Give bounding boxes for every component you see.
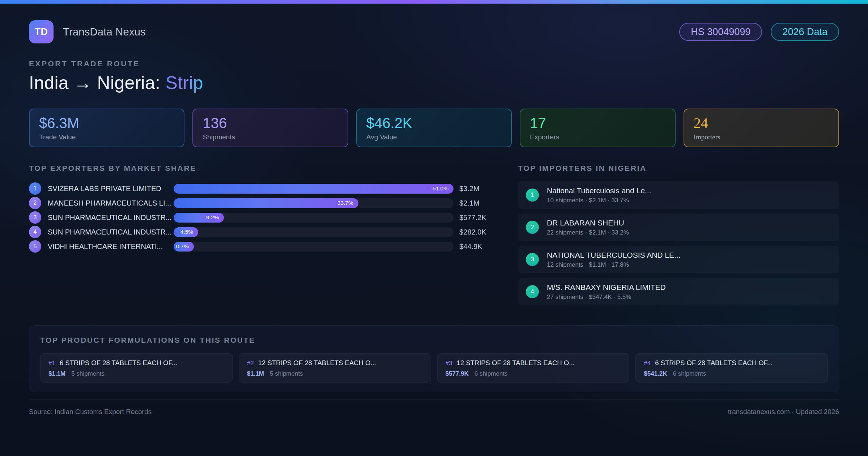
formulation-name: 6 STRIPS OF 28 TABLETS EACH OF... [655, 359, 773, 367]
stat-value: 136 [203, 115, 338, 131]
rank-badge: 3 [29, 211, 41, 224]
formulation-name: 12 STRIPS OF 28 TABLETS EACH O... [456, 359, 574, 367]
app-title: TransData Nexus [63, 26, 146, 38]
rank-badge: 1 [526, 189, 539, 202]
formulation-value: $1.1M [247, 370, 264, 377]
source-note: Source: Indian Customs Export Records [29, 408, 152, 416]
stat-value: 24 [694, 115, 829, 131]
exporter-value: $2.1M [459, 199, 498, 207]
rank-badge: 5 [29, 240, 41, 253]
importer-name: National Tuberculosis and Le... [547, 186, 651, 195]
page-title: India → Nigeria: Strip [29, 72, 839, 93]
importer-row: 4 M/S. RANBAXY NIGERIA LIMITED 27 shipme… [518, 278, 839, 305]
market-share-bar-fill: 33.7% [174, 198, 358, 208]
formulation-name: 12 STRIPS OF 28 TABLETS EACH O... [258, 359, 376, 367]
exporters-bar-chart: 1 SVIZERA LABS PRIVATE LIMITED 51.0% $3.… [29, 181, 498, 254]
formulation-shipments: 5 shipments [71, 370, 105, 377]
importer-name: DR LABARAN SHEHU [547, 219, 629, 227]
exporter-row: 4 SUN PHARMACEUTICAL INDUSTR... 4.5% $28… [29, 225, 498, 239]
formulations-heading: TOP PRODUCT FORMULATIONS ON THIS ROUTE [40, 336, 828, 345]
market-share-bar-fill: 0.7% [174, 242, 194, 252]
importer-name: M/S. RANBAXY NIGERIA LIMITED [547, 283, 666, 292]
exporter-name: SUN PHARMACEUTICAL INDUSTR... [48, 228, 174, 236]
market-share-percent: 4.5% [180, 229, 193, 235]
importer-row: 3 NATIONAL TUBERCULOSIS AND LE... 12 shi… [518, 246, 839, 273]
formulation-shipments: 5 shipments [270, 370, 303, 377]
importers-section: TOP IMPORTERS IN NIGERIA 1 National Tube… [518, 164, 839, 310]
market-share-bar-track: 4.5% [174, 227, 454, 237]
exporter-row: 3 SUN PHARMACEUTICAL INDUSTR... 9.2% $57… [29, 210, 498, 225]
stat-value: 17 [530, 115, 665, 131]
stat-card-exporters: 17 Exporters [520, 109, 675, 147]
exporter-name: VIDHI HEALTHCARE INTERNATI... [48, 242, 174, 251]
market-share-percent: 51.0% [433, 185, 448, 192]
exporter-value: $282.0K [459, 228, 498, 236]
market-share-percent: 0.7% [176, 243, 189, 250]
formulation-value: $577.9K [446, 370, 469, 377]
stat-label: Exporters [530, 133, 665, 141]
importer-meta: 12 shipments · $1.1M · 17.8% [547, 261, 681, 269]
formulation-rank: #3 [446, 360, 452, 367]
exporter-name: SUN PHARMACEUTICAL INDUSTR... [48, 214, 174, 222]
stat-value: $46.2K [366, 115, 502, 131]
exporter-row: 5 VIDHI HEALTHCARE INTERNATI... 0.7% $44… [29, 239, 498, 254]
app-header: TD TransData Nexus HS 30049099 2026 Data [29, 20, 839, 43]
importer-row: 2 DR LABARAN SHEHU 22 shipments · $2.1M … [518, 214, 839, 241]
importer-row: 1 National Tuberculosis and Le... 10 shi… [518, 181, 839, 209]
stat-label: Shipments [203, 133, 338, 141]
stat-card-avg-value: $46.2K Avg Value [356, 109, 512, 147]
stat-label: Avg Value [366, 133, 502, 141]
stat-label: Importers [694, 133, 829, 141]
rank-badge: 4 [526, 285, 539, 298]
stat-card-shipments: 136 Shipments [192, 109, 348, 147]
rank-badge: 1 [29, 182, 41, 195]
app-logo: TD [29, 20, 54, 43]
site-note: transdatanexus.com · Updated 2026 [728, 408, 839, 416]
formulation-rank: #4 [644, 360, 651, 367]
formulation-name: 6 STRIPS OF 28 TABLETS EACH OF... [60, 359, 177, 367]
rank-badge: 3 [526, 253, 539, 266]
rank-badge: 4 [29, 226, 41, 238]
route-title-accent: Strip [166, 73, 203, 93]
rank-badge: 2 [526, 221, 539, 234]
route-eyebrow: EXPORT TRADE ROUTE [29, 59, 839, 68]
exporter-name: SVIZERA LABS PRIVATE LIMITED [48, 185, 174, 193]
formulation-card: #3 12 STRIPS OF 28 TABLETS EACH O... $57… [437, 353, 630, 383]
importer-meta: 27 shipments · $347.4K · 5.5% [547, 294, 666, 301]
market-share-bar-track: 9.2% [174, 213, 454, 223]
importer-meta: 10 shipments · $2.1M · 33.7% [547, 197, 651, 204]
stats-row: $6.3M Trade Value 136 Shipments $46.2K A… [29, 109, 839, 147]
rank-badge: 2 [29, 197, 41, 209]
stat-card-importers: 24 Importers [684, 109, 839, 147]
market-share-bar-track: 51.0% [174, 184, 454, 194]
market-share-bar-fill: 4.5% [174, 227, 198, 237]
exporter-value: $44.9K [459, 242, 498, 251]
hs-code-badge[interactable]: HS 30049099 [679, 23, 762, 41]
formulation-value: $1.1M [48, 370, 65, 377]
market-share-percent: 33.7% [337, 200, 353, 206]
market-share-percent: 9.2% [206, 214, 219, 221]
exporter-value: $3.2M [459, 185, 498, 193]
route-title-main: India → Nigeria: [29, 73, 166, 93]
exporter-row: 2 MANEESH PHARMACEUTICALS LI... 33.7% $2… [29, 196, 498, 210]
top-accent-bar [0, 0, 868, 4]
exporter-name: MANEESH PHARMACEUTICALS LI... [48, 199, 174, 207]
page-footer: Source: Indian Customs Export Records tr… [29, 400, 839, 416]
formulations-panel: TOP PRODUCT FORMULATIONS ON THIS ROUTE #… [29, 325, 839, 392]
formulation-rank: #1 [48, 360, 55, 367]
importer-name: NATIONAL TUBERCULOSIS AND LE... [547, 251, 681, 259]
stat-card-trade-value: $6.3M Trade Value [29, 109, 184, 147]
data-year-badge[interactable]: 2026 Data [771, 23, 839, 41]
exporters-section: TOP EXPORTERS BY MARKET SHARE 1 SVIZERA … [29, 164, 498, 254]
formulation-card: #4 6 STRIPS OF 28 TABLETS EACH OF... $54… [635, 353, 828, 383]
exporters-heading: TOP EXPORTERS BY MARKET SHARE [29, 164, 498, 173]
market-share-bar-track: 33.7% [174, 198, 454, 208]
importer-meta: 22 shipments · $2.1M · 33.2% [547, 229, 629, 236]
formulation-shipments: 6 shipments [673, 370, 706, 377]
formulation-shipments: 6 shipments [475, 370, 508, 377]
formulation-card: #1 6 STRIPS OF 28 TABLETS EACH OF... $1.… [40, 353, 233, 383]
exporter-value: $577.2K [459, 214, 498, 222]
formulation-card: #2 12 STRIPS OF 28 TABLETS EACH O... $1.… [239, 353, 431, 383]
exporter-row: 1 SVIZERA LABS PRIVATE LIMITED 51.0% $3.… [29, 181, 498, 196]
market-share-bar-track: 0.7% [174, 242, 454, 252]
